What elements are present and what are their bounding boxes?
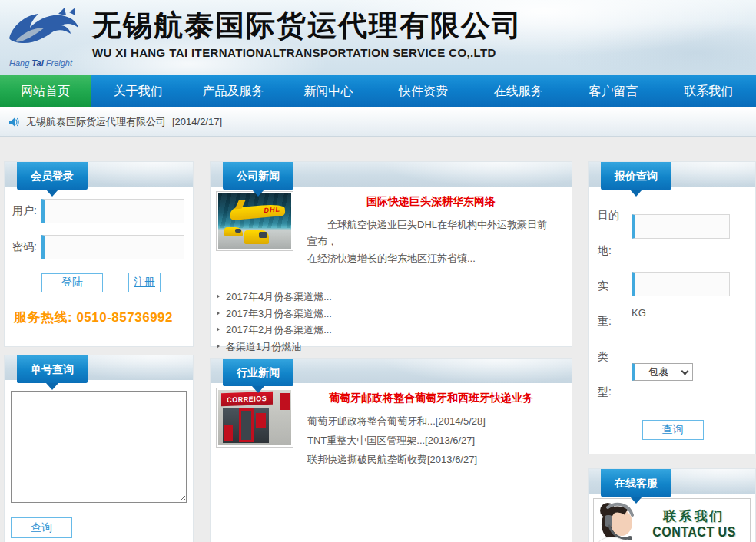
company-news-headline[interactable]: 国际快递巨头深耕华东网络 — [307, 195, 555, 209]
industry-news-item[interactable]: TNT重整大中国区管理架...[2013/6/27] — [307, 431, 555, 450]
online-service-header: 在线客服 — [589, 469, 755, 494]
weight-label: 实重: — [598, 268, 621, 339]
username-row: 用户: — [9, 199, 185, 223]
nav-item-rates[interactable]: 快件资费 — [376, 75, 471, 107]
company-title-en: WU XI HANG TAI ITERNATIONALTRANSPORTATIO… — [92, 46, 753, 59]
company-news-panel: 公司新闻 DHL 国际快递巨头深耕华东网络 全球航空快递业巨头DHL在华机构中外… — [210, 161, 572, 347]
dhl-van-art — [244, 230, 269, 244]
tracking-query-button[interactable]: 查询 — [11, 517, 72, 538]
password-input[interactable] — [41, 235, 184, 259]
industry-news-header: 行业新闻 — [211, 359, 572, 383]
tracking-panel: 单号查询 查询 — [4, 355, 194, 542]
company-news-item[interactable]: 2017年2月份各渠道燃... — [216, 322, 565, 339]
page: HangTaiFreight 无锡航泰国际货运代理有限公司 WU XI HANG… — [0, 0, 756, 542]
main-nav: 网站首页 关于我们 产品及服务 新闻中心 快件资费 在线服务 客户留言 联系我们 — [0, 75, 756, 107]
company-news-item-label: 2017年3月份各渠道燃... — [226, 308, 332, 319]
company-news-item-label: 各渠道1月份燃油 — [226, 341, 301, 352]
logo-word-tai: Tai — [29, 58, 46, 68]
contact-us-cn: 联系我们 — [645, 507, 744, 525]
quote-tab: 报价查询 — [601, 162, 671, 190]
correios-poster-art — [256, 413, 265, 428]
industry-news-list: 葡萄牙邮政将整合葡萄牙和...[2014/5/28] TNT重整大中国区管理架.… — [307, 411, 555, 469]
dhl-news-image[interactable]: DHL — [216, 191, 293, 251]
company-news-item[interactable]: 各渠道1月份燃油 — [216, 339, 565, 355]
industry-news-tab: 行业新闻 — [223, 359, 293, 386]
register-button[interactable]: 注册 — [128, 273, 161, 292]
nav-item-contact[interactable]: 联系我们 — [661, 75, 756, 107]
bullet-icon — [217, 311, 220, 316]
quote-header: 报价查询 — [589, 162, 755, 187]
destination-label: 目的地: — [598, 197, 621, 268]
company-news-summary: 全球航空快递业巨头DHL在华机构中外运敦豪日前宣布， 在经济快速增长的华东地区江… — [307, 216, 555, 267]
correios-sign-art — [280, 393, 290, 410]
type-row: 类型: 包裹 — [598, 339, 748, 409]
header-titles: 无锡航泰国际货运代理有限公司 WU XI HANG TAI ITERNATION… — [92, 8, 753, 59]
nav-item-news[interactable]: 新闻中心 — [280, 75, 376, 107]
password-row: 密码: — [9, 235, 185, 259]
weight-unit-label: KG — [632, 307, 748, 319]
bullet-icon — [217, 327, 220, 332]
industry-news-item[interactable]: 联邦快递撕破民航垄断收费[2013/6/27] — [307, 450, 555, 469]
company-news-list: 2017年4月份各渠道燃... 2017年3月份各渠道燃... 2017年2月份… — [216, 289, 565, 355]
contact-us-en: CONTACT US — [645, 524, 744, 540]
summary-line-1: 全球航空快递业巨头DHL在华机构中外运敦豪日前宣布， — [307, 216, 555, 250]
tracking-header: 单号查询 — [5, 355, 193, 380]
correios-news-image[interactable]: CORREIOS — [216, 388, 293, 448]
destination-input[interactable] — [632, 214, 730, 239]
dhl-plane-logo-text: DHL — [264, 205, 280, 214]
dhl-van-art — [224, 227, 244, 236]
bullet-icon — [217, 344, 220, 349]
member-login-panel: 会员登录 用户: 密码: 登陆 注册 服务热线: 0510-85736992 — [4, 161, 194, 347]
industry-news-item[interactable]: 葡萄牙邮政将整合葡萄牙和...[2014/5/28] — [307, 411, 555, 431]
site-header: HangTaiFreight 无锡航泰国际货运代理有限公司 WU XI HANG… — [0, 0, 756, 75]
member-login-tab: 会员登录 — [17, 162, 88, 190]
nav-item-products[interactable]: 产品及服务 — [186, 75, 281, 107]
parcel-type-value: 包裹 — [635, 365, 682, 379]
weight-row: 实重: KG — [598, 268, 748, 339]
password-label: 密码: — [9, 240, 41, 254]
announcement-text[interactable]: 无锡航泰国际货运代理有限公司 — [26, 115, 166, 129]
company-news-tab: 公司新闻 — [223, 162, 293, 190]
company-news-item[interactable]: 2017年4月份各渠道燃... — [216, 289, 565, 306]
operator-icon — [595, 501, 645, 542]
company-logo: HangTaiFreight — [5, 5, 89, 72]
correios-banner-art: CORREIOS — [221, 392, 273, 407]
industry-news-panel: 行业新闻 CORREIOS 葡萄牙邮政将整合葡萄牙和西班牙快递业务 — [210, 358, 572, 542]
quote-panel: 报价查询 目的地: 实重: KG 类型: 包裹 — [588, 161, 756, 454]
nav-item-guestbook[interactable]: 客户留言 — [566, 75, 662, 107]
correios-postbox-art — [224, 425, 233, 441]
weight-input[interactable] — [632, 272, 730, 296]
service-hotline: 服务热线: 0510-85736992 — [9, 309, 185, 326]
industry-news-headline[interactable]: 葡萄牙邮政将整合葡萄牙和西班牙快递业务 — [307, 392, 555, 405]
tracking-tab: 单号查询 — [17, 355, 88, 383]
correios-banner-text: CORREIOS — [227, 395, 267, 404]
tracking-number-textarea[interactable] — [11, 391, 187, 503]
online-service-tab: 在线客服 — [601, 469, 671, 497]
type-label: 类型: — [598, 339, 621, 409]
bullet-icon — [217, 294, 220, 299]
summary-line-2: 在经济快速增长的华东地区江苏省镇... — [307, 250, 555, 267]
login-buttons-row: 登陆 注册 — [9, 273, 185, 292]
company-title-cn: 无锡航泰国际货运代理有限公司 — [92, 8, 753, 43]
industry-news-featured: CORREIOS 葡萄牙邮政将整合葡萄牙和西班牙快递业务 葡萄牙邮政将整合葡萄牙… — [216, 388, 565, 469]
parcel-type-select[interactable]: 包裹 — [632, 363, 693, 381]
company-news-item[interactable]: 2017年3月份各渠道燃... — [216, 306, 565, 322]
logo-words: HangTaiFreight — [9, 58, 89, 68]
correios-door-art — [239, 408, 254, 441]
quote-query-button[interactable]: 查询 — [642, 420, 704, 440]
company-news-item-label: 2017年4月份各渠道燃... — [226, 291, 332, 302]
username-input[interactable] — [41, 199, 184, 223]
nav-item-home[interactable]: 网站首页 — [0, 75, 91, 107]
speaker-icon — [8, 116, 20, 128]
chevron-down-icon — [681, 367, 689, 375]
username-label: 用户: — [9, 204, 41, 218]
contact-text-block: 联系我们 CONTACT US — [645, 507, 748, 539]
logo-word-freight: Freight — [46, 58, 72, 68]
customer-service-image[interactable]: 联系我们 CONTACT US — [593, 498, 751, 542]
horse-logo-icon — [5, 5, 88, 52]
nav-item-about[interactable]: 关于我们 — [91, 75, 186, 107]
announcement-bar: 无锡航泰国际货运代理有限公司 [2014/2/17] — [0, 107, 756, 137]
company-news-featured: DHL 国际快递巨头深耕华东网络 全球航空快递业巨头DHL在华机构中外运敦豪日前… — [216, 191, 565, 267]
login-button[interactable]: 登陆 — [41, 273, 103, 292]
nav-item-online-service[interactable]: 在线服务 — [471, 75, 566, 107]
